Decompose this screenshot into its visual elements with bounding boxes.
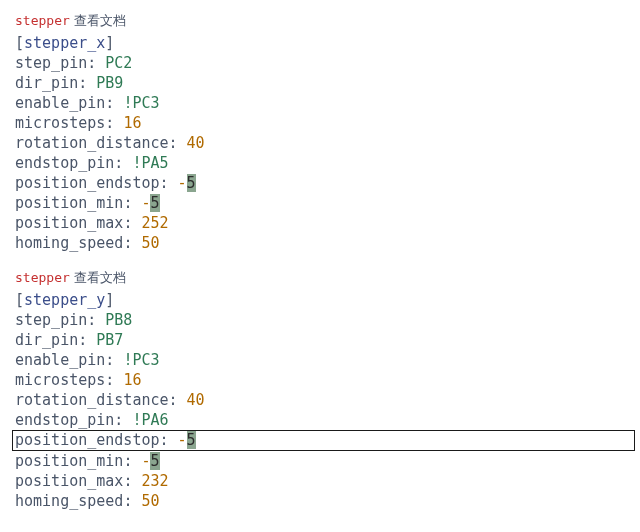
section-name: stepper_y [24, 291, 105, 309]
config-key: microsteps [15, 371, 105, 389]
config-key: microsteps [15, 114, 105, 132]
config-value: 16 [123, 114, 141, 132]
config-value: !PC3 [123, 94, 159, 112]
config-key: position_max [15, 472, 123, 490]
config-value: PC2 [105, 54, 132, 72]
current-line: position_endstop: -5 [12, 430, 635, 451]
highlighted-char: 5 [150, 194, 159, 212]
doc-link[interactable]: 查看文档 [74, 270, 126, 285]
config-key: endstop_pin [15, 154, 114, 172]
config-line: enable_pin: !PC3 [15, 93, 625, 113]
section-header: stepper查看文档 [15, 267, 625, 288]
config-line: dir_pin: PB7 [15, 330, 625, 350]
config-key: endstop_pin [15, 411, 114, 429]
config-value: 50 [141, 492, 159, 510]
section-bracket: [stepper_y] [15, 290, 625, 310]
config-line: step_pin: PB8 [15, 310, 625, 330]
config-line: dir_pin: PB9 [15, 73, 625, 93]
config-line: position_min: -5 [15, 451, 625, 471]
config-value: PB7 [96, 331, 123, 349]
section-header: stepper查看文档 [15, 10, 625, 31]
config-key: position_endstop [15, 174, 160, 192]
config-key: step_pin [15, 54, 87, 72]
config-line: homing_speed: 50 [15, 491, 625, 511]
config-line: rotation_distance: 40 [15, 133, 625, 153]
config-line: enable_pin: !PC3 [15, 350, 625, 370]
config-key: step_pin [15, 311, 87, 329]
config-value: 40 [187, 134, 205, 152]
config-value: !PA5 [132, 154, 168, 172]
config-key: dir_pin [15, 74, 78, 92]
config-value: 16 [123, 371, 141, 389]
config-value: 50 [141, 234, 159, 252]
config-value: 40 [187, 391, 205, 409]
config-value: PB8 [105, 311, 132, 329]
config-value: - [178, 431, 187, 449]
config-value: 252 [141, 214, 168, 232]
config-value: !PC3 [123, 351, 159, 369]
config-line: position_max: 252 [15, 213, 625, 233]
config-line: endstop_pin: !PA5 [15, 153, 625, 173]
config-line: microsteps: 16 [15, 370, 625, 390]
config-line: homing_speed: 50 [15, 233, 625, 253]
config-document: stepper查看文档[stepper_x]step_pin: PC2dir_p… [15, 10, 625, 511]
config-key: enable_pin [15, 351, 105, 369]
config-line: position_max: 232 [15, 471, 625, 491]
config-value: !PA6 [132, 411, 168, 429]
config-line: endstop_pin: !PA6 [15, 410, 625, 430]
config-key: position_min [15, 194, 123, 212]
config-key: rotation_distance [15, 134, 169, 152]
stepper-tag: stepper [15, 13, 70, 28]
config-line: microsteps: 16 [15, 113, 625, 133]
config-line: rotation_distance: 40 [15, 390, 625, 410]
config-line: position_min: -5 [15, 193, 625, 213]
config-key: dir_pin [15, 331, 78, 349]
config-key: homing_speed [15, 234, 123, 252]
config-value: 232 [141, 472, 168, 490]
config-value: - [178, 174, 187, 192]
doc-link[interactable]: 查看文档 [74, 13, 126, 28]
config-key: rotation_distance [15, 391, 169, 409]
stepper-tag: stepper [15, 270, 70, 285]
blank-line [15, 253, 625, 267]
config-line: step_pin: PC2 [15, 53, 625, 73]
config-key: enable_pin [15, 94, 105, 112]
section-bracket: [stepper_x] [15, 33, 625, 53]
highlighted-char: 5 [187, 174, 196, 192]
section-name: stepper_x [24, 34, 105, 52]
highlighted-char: 5 [150, 452, 159, 470]
config-key: position_max [15, 214, 123, 232]
config-key: position_min [15, 452, 123, 470]
config-key: homing_speed [15, 492, 123, 510]
highlighted-char: 5 [187, 431, 196, 449]
config-value: PB9 [96, 74, 123, 92]
config-key: position_endstop [15, 431, 160, 449]
config-line: position_endstop: -5 [15, 173, 625, 193]
